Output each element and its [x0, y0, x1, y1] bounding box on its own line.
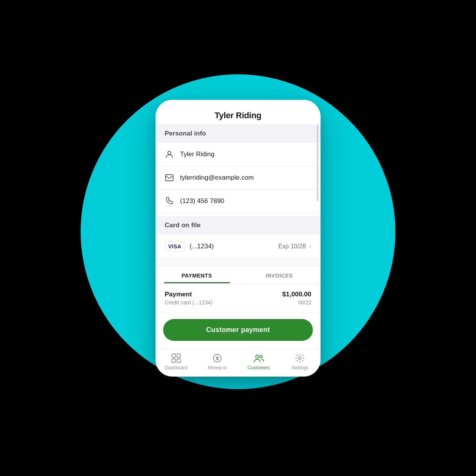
phone-container: Tyler Riding Personal info Tyler Riding	[155, 100, 321, 377]
svg-rect-2	[172, 354, 175, 357]
card-left: VISA (...1234)	[165, 241, 214, 251]
card-row[interactable]: VISA (...1234) Exp 10/28 ›	[155, 235, 321, 259]
settings-icon	[294, 353, 305, 364]
payment-right: $1,000.00 08/22	[282, 291, 311, 306]
spacer-row	[155, 259, 321, 266]
settings-label: Settings	[292, 365, 308, 370]
phone-icon	[165, 197, 174, 206]
money-in-label: Money-in	[208, 365, 227, 370]
svg-point-8	[259, 355, 262, 358]
payment-row[interactable]: Payment Credit card (...1234) $1,000.00 …	[155, 284, 321, 313]
nav-item-money-in[interactable]: Money-in	[197, 353, 238, 370]
nav-item-settings[interactable]: Settings	[279, 353, 321, 370]
personal-info-label: Personal info	[165, 130, 206, 137]
person-icon	[165, 150, 174, 159]
chevron-right-icon: ›	[309, 242, 311, 250]
cta-section: Customer payment	[155, 313, 321, 349]
page-title: Tyler Riding	[215, 111, 261, 120]
card-on-file-label: Card on file	[165, 221, 201, 229]
visa-badge: VISA	[165, 241, 185, 251]
money-in-icon	[212, 353, 223, 364]
email-row: tylerriding@example.com	[155, 166, 321, 190]
svg-point-9	[299, 357, 301, 359]
customer-payment-button[interactable]: Customer payment	[163, 319, 313, 341]
scrollbar[interactable]	[317, 124, 318, 201]
nav-item-customers[interactable]: Customers	[238, 353, 279, 370]
svg-rect-4	[172, 359, 175, 362]
bottom-nav: Dashboard Money-in	[155, 349, 321, 377]
payment-label: Payment	[165, 291, 213, 298]
customers-label: Customers	[248, 365, 270, 370]
dashboard-label: Dashboard	[165, 365, 187, 370]
svg-point-7	[256, 355, 259, 358]
dashboard-icon	[171, 353, 182, 364]
nav-item-dashboard[interactable]: Dashboard	[155, 353, 197, 370]
card-right: Exp 10/28 ›	[278, 242, 311, 250]
email-icon	[165, 173, 174, 182]
personal-info-header: Personal info	[155, 124, 321, 143]
payment-sub: Credit card (...1234)	[165, 299, 213, 306]
payment-amount: $1,000.00	[282, 291, 311, 298]
customer-name: Tyler Riding	[180, 150, 215, 158]
svg-rect-1	[165, 175, 173, 181]
svg-rect-5	[177, 359, 180, 362]
phone-body: Personal info Tyler Riding	[155, 124, 321, 377]
tab-invoices[interactable]: INVOICES	[238, 266, 321, 283]
tab-payments[interactable]: PAYMENTS	[155, 266, 238, 283]
payment-left: Payment Credit card (...1234)	[165, 291, 213, 306]
card-expiry: Exp 10/28	[278, 243, 306, 250]
phone-header: Tyler Riding	[155, 100, 321, 124]
phone-shadow	[157, 408, 319, 419]
customer-email: tylerriding@example.com	[180, 174, 254, 182]
svg-point-0	[168, 151, 171, 154]
name-row: Tyler Riding	[155, 143, 321, 166]
card-on-file-header: Card on file	[155, 216, 321, 235]
svg-rect-3	[177, 354, 180, 357]
customer-phone: (123) 456 7890	[180, 197, 224, 205]
card-number: (...1234)	[190, 243, 214, 250]
scene: Tyler Riding Personal info Tyler Riding	[0, 0, 476, 476]
phone-row: (123) 456 7890	[155, 190, 321, 213]
tabs-container: PAYMENTS INVOICES	[155, 266, 321, 284]
payment-date: 08/22	[282, 299, 311, 306]
customers-icon	[253, 353, 264, 364]
